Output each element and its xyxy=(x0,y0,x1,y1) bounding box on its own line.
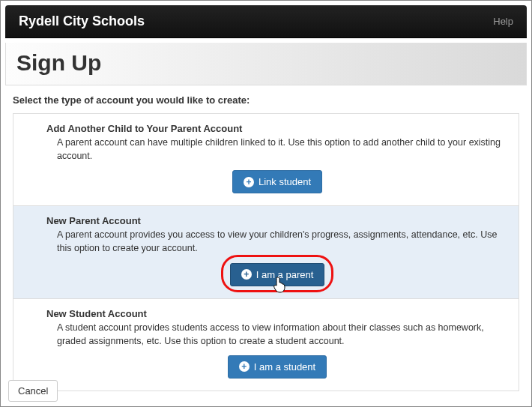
options-list: Add Another Child to Your Parent Account… xyxy=(13,113,519,391)
navbar-brand: Rydell City Schools xyxy=(19,13,145,29)
button-label: I am a parent xyxy=(256,269,314,280)
cancel-button[interactable]: Cancel xyxy=(8,380,58,402)
option-new-parent: New Parent Account A parent account prov… xyxy=(13,206,519,298)
button-row: + I am a student xyxy=(46,355,508,379)
content: Select the type of account you would lik… xyxy=(5,85,527,391)
i-am-a-student-button[interactable]: + I am a student xyxy=(228,355,327,379)
prompt-text: Select the type of account you would lik… xyxy=(13,94,519,106)
button-row: + Link student xyxy=(46,170,508,193)
plus-circle-icon: + xyxy=(239,361,250,372)
option-add-child: Add Another Child to Your Parent Account… xyxy=(13,114,519,206)
button-label: Link student xyxy=(259,176,311,187)
navbar: Rydell City Schools Help xyxy=(5,5,527,38)
option-new-student: New Student Account A student account pr… xyxy=(13,299,519,391)
plus-circle-icon: + xyxy=(244,177,254,187)
button-row: + I am a parent xyxy=(46,263,508,286)
option-title: New Student Account xyxy=(46,308,508,319)
option-title: New Parent Account xyxy=(46,215,508,226)
option-title: Add Another Child to Your Parent Account xyxy=(46,123,508,134)
link-student-button[interactable]: + Link student xyxy=(232,170,322,193)
option-desc: A student account provides students acce… xyxy=(57,321,508,348)
option-desc: A parent account can have multiple child… xyxy=(57,136,508,163)
option-desc: A parent account provides you access to … xyxy=(57,228,508,255)
page-header: Sign Up xyxy=(5,43,527,85)
page-title: Sign Up xyxy=(16,50,516,76)
plus-circle-icon: + xyxy=(241,269,252,280)
i-am-a-parent-button[interactable]: + I am a parent xyxy=(230,263,325,286)
button-label: I am a student xyxy=(254,361,315,373)
footer: Cancel xyxy=(8,380,58,402)
help-link[interactable]: Help xyxy=(493,16,513,27)
